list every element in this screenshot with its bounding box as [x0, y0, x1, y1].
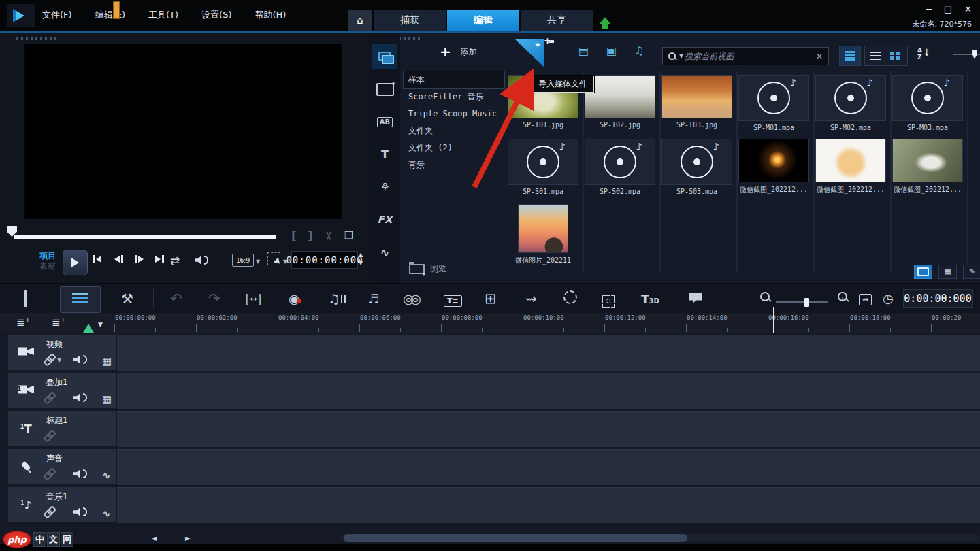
mark-out-button[interactable]: ]	[308, 229, 313, 243]
maximize-button[interactable]: □	[944, 4, 952, 14]
mark-in-button[interactable]: [	[291, 229, 297, 243]
list-view-icon[interactable]	[870, 52, 881, 61]
timecode-spinner[interactable]: ▲▼	[359, 251, 363, 267]
go-end-button[interactable]	[155, 255, 164, 263]
media-item[interactable]: 微信截图_202212...	[892, 139, 964, 195]
track-link-toggle[interactable]	[44, 431, 55, 441]
library-nav-item[interactable]: 文件夹	[404, 122, 504, 139]
search-clear-icon[interactable]: ✕	[816, 52, 823, 61]
media-item[interactable]: ♪SP-M02.mpa	[815, 75, 887, 131]
gallery-filters-button[interactable]: FX	[372, 207, 397, 233]
gallery-path-button[interactable]: ∿	[372, 239, 397, 265]
ripple-edit-icon[interactable]	[83, 318, 94, 333]
audio-ducking-toggle[interactable]: ∿	[102, 507, 111, 520]
media-item[interactable]: SP-I02.jpg	[584, 75, 656, 129]
track-content[interactable]	[117, 373, 980, 409]
media-item[interactable]: SP-I03.jpg	[661, 75, 733, 129]
filter-audio-icon[interactable]: ♫	[634, 44, 644, 57]
subtitle-editor-button[interactable]: T≡	[444, 290, 462, 310]
record-capture-button[interactable]: ◉	[289, 290, 300, 307]
browse-button[interactable]: 浏览	[409, 263, 446, 275]
zoom-slider-handle[interactable]	[804, 298, 809, 307]
track-transparency-toggle[interactable]: ▦	[102, 393, 112, 405]
prev-frame-button[interactable]	[114, 255, 123, 263]
track-header[interactable]: 1♪音乐1∿	[8, 487, 116, 522]
project-mode-label[interactable]: 项目	[39, 251, 56, 261]
view-detail-button[interactable]	[839, 46, 861, 66]
undo-button[interactable]: ↶	[170, 290, 182, 307]
media-item[interactable]: ♪SP-M03.mpa	[892, 75, 964, 131]
timeline-ruler[interactable]: 00:00:00:0000:00:02:0000:00:04:0000:00:0…	[112, 313, 980, 333]
duration-button[interactable]: ◷	[883, 290, 894, 307]
auto-music-button[interactable]: ♬	[368, 290, 379, 307]
track-header[interactable]: 1叠加1▦	[8, 373, 116, 408]
track-link-toggle[interactable]	[44, 469, 55, 480]
resize-tool-icon[interactable]	[267, 252, 280, 265]
next-frame-button[interactable]	[135, 255, 144, 263]
media-item[interactable]: ♪SP-S03.mpa	[661, 139, 733, 195]
edit-mode-button[interactable]: ✎	[963, 265, 980, 279]
ripple-caret-icon[interactable]: ▼	[98, 321, 103, 328]
preview-timecode[interactable]: 00:00:00:000	[291, 251, 358, 269]
search-input[interactable]	[683, 51, 816, 62]
media-item[interactable]: ♪SP-S01.mpa	[507, 139, 579, 195]
redo-button[interactable]: ↷	[208, 290, 220, 307]
play-button[interactable]	[63, 250, 88, 276]
track-header[interactable]: 视频▼▦	[8, 335, 116, 370]
aspect-ratio-selector[interactable]: 16:9	[232, 254, 254, 267]
clip-mode-label[interactable]: 素材	[39, 261, 56, 271]
import-media-button[interactable]: +	[547, 43, 569, 61]
motion-tracking-button[interactable]: ⇝	[525, 290, 537, 307]
track-mute-toggle[interactable]	[74, 507, 87, 516]
track-header[interactable]: 1T标题1	[8, 411, 116, 446]
track-link-toggle[interactable]: ▼	[44, 355, 61, 365]
paint-creator-button[interactable]	[689, 290, 702, 307]
sort-az-button[interactable]: AZ↓	[917, 47, 931, 61]
aspect-caret-icon[interactable]: ▼	[256, 258, 260, 265]
menu-item[interactable]: 编辑(E)	[95, 9, 125, 21]
track-mute-toggle[interactable]	[74, 469, 87, 478]
fit-timeline-button[interactable]: ↔	[859, 290, 872, 308]
sound-mixer-button[interactable]: ♫	[328, 290, 347, 307]
menu-item[interactable]: 文件(F)	[42, 9, 72, 21]
video-preview[interactable]	[24, 44, 342, 219]
horizontal-scrollbar[interactable]	[340, 534, 980, 542]
split-screen-button[interactable]: ⊞	[485, 290, 497, 307]
media-item[interactable]: ♪SP-S02.mpa	[584, 139, 656, 195]
publish-arrow-icon[interactable]	[599, 11, 611, 29]
track-content[interactable]	[117, 411, 980, 447]
zoom-in-button[interactable]: +	[837, 290, 849, 307]
minimize-button[interactable]: ─	[926, 4, 932, 14]
track-content[interactable]	[117, 487, 980, 523]
motion-blur-button[interactable]: ◎◎	[403, 290, 417, 307]
gallery-media-button[interactable]	[372, 44, 397, 69]
menu-item[interactable]: 帮助(H)	[255, 9, 286, 21]
filter-photo-icon[interactable]: ▣	[606, 44, 617, 57]
go-start-button[interactable]	[93, 255, 101, 263]
repeat-icon[interactable]: ⇄	[170, 254, 180, 267]
playhead-marker[interactable]	[113, 1, 120, 19]
slider-handle[interactable]	[972, 50, 977, 59]
track-link-toggle[interactable]	[44, 507, 55, 518]
add-track-button[interactable]: ≣+	[52, 316, 66, 329]
track-mute-toggle[interactable]	[74, 393, 87, 402]
gallery-transitions-button[interactable]: AB	[372, 109, 397, 135]
scroll-right-button[interactable]: ►	[185, 534, 191, 543]
show-library-button[interactable]	[914, 265, 932, 279]
library-nav-item[interactable]: 背景	[404, 156, 504, 173]
track-content[interactable]	[117, 449, 980, 485]
search-icon[interactable]	[668, 52, 676, 61]
mask-creator-button[interactable]	[564, 290, 577, 307]
tools-button[interactable]: ⚒	[121, 290, 133, 307]
track-transparency-toggle[interactable]: ▦	[102, 355, 112, 367]
library-grid-button[interactable]: ▦	[938, 265, 957, 279]
gallery-titles-button[interactable]: T	[372, 141, 397, 167]
timeline-timecode[interactable]: 0:00:00:000	[903, 289, 973, 308]
library-nav-item[interactable]: Triple Scoop Music	[404, 105, 504, 122]
close-button[interactable]: ✕	[964, 4, 972, 14]
gallery-templates-button[interactable]: ✦	[372, 76, 397, 102]
scrollbar-thumb[interactable]	[344, 534, 687, 542]
tab-share[interactable]: 共享	[521, 10, 593, 31]
track-link-toggle[interactable]	[44, 393, 55, 403]
fit-project-button[interactable]: |↔|	[244, 290, 263, 307]
